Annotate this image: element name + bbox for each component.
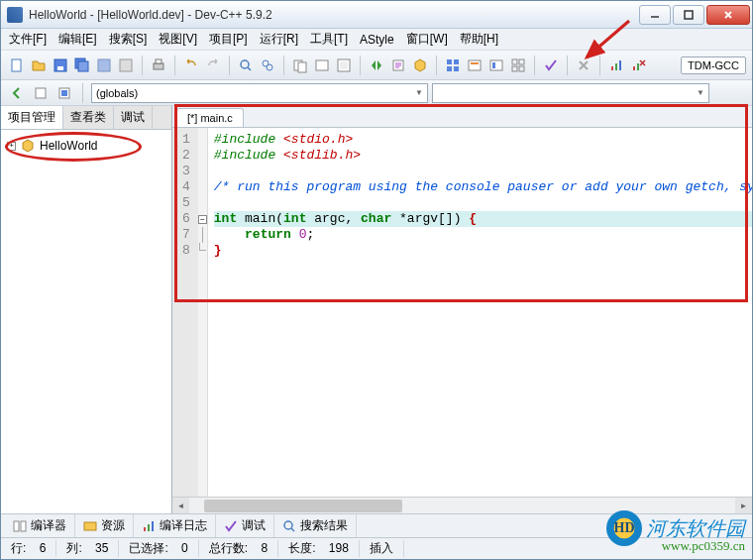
tab-compile-log[interactable]: 编译日志	[134, 514, 216, 537]
member-combo[interactable]: ▼	[432, 83, 709, 103]
tab-resources[interactable]: 资源	[75, 514, 134, 537]
svg-rect-22	[454, 66, 459, 71]
svg-rect-31	[611, 66, 613, 70]
goto-icon[interactable]	[465, 56, 484, 75]
svg-rect-40	[21, 521, 26, 531]
compile-run-icon[interactable]	[334, 56, 354, 75]
menu-project[interactable]: 项目[P]	[205, 29, 252, 50]
tree-root[interactable]: + HelloWorld	[5, 136, 167, 156]
rebuild-icon[interactable]	[367, 56, 386, 75]
scroll-thumb[interactable]	[204, 500, 402, 512]
separator	[229, 56, 230, 75]
menu-window[interactable]: 窗口[W]	[402, 29, 452, 50]
svg-rect-23	[469, 60, 481, 70]
menu-file[interactable]: 文件[F]	[5, 29, 51, 50]
save-icon[interactable]	[51, 56, 70, 75]
chevron-down-icon: ▼	[697, 88, 704, 97]
scroll-left-icon[interactable]: ◄	[172, 498, 189, 513]
editor-tabstrip: [*] main.c	[172, 106, 752, 128]
svg-rect-20	[454, 59, 459, 64]
menu-astyle[interactable]: AStyle	[356, 31, 398, 49]
svg-rect-35	[637, 63, 639, 70]
tab-find-results[interactable]: 搜索结果	[274, 514, 357, 537]
separator	[82, 83, 83, 103]
left-tabstrip: 项目管理 查看类 调试	[1, 106, 171, 130]
svg-rect-24	[471, 62, 479, 64]
fold-minus-icon[interactable]: −	[198, 215, 207, 224]
expand-icon[interactable]: +	[7, 142, 16, 151]
scope-value: (globals)	[96, 87, 138, 99]
menu-edit[interactable]: 编辑[E]	[54, 29, 101, 50]
save-as-icon[interactable]	[94, 56, 114, 75]
main-toolbar: TDM-GCC	[1, 51, 752, 80]
insert-icon[interactable]	[31, 83, 51, 103]
minimize-button[interactable]	[639, 5, 671, 25]
tab-compiler[interactable]: 编译器	[5, 514, 75, 537]
toggle-icon[interactable]	[54, 83, 74, 103]
print-icon[interactable]	[149, 56, 168, 75]
svg-rect-34	[633, 66, 635, 70]
open-icon[interactable]	[29, 56, 49, 75]
titlebar: HelloWorld - [HelloWorld.dev] - Dev-C++ …	[1, 1, 752, 29]
bookmark-icon[interactable]	[486, 56, 506, 75]
stop-icon[interactable]	[574, 56, 593, 75]
svg-rect-41	[84, 522, 96, 530]
tab-project-manager[interactable]: 项目管理	[1, 106, 63, 129]
log-icon	[142, 519, 156, 533]
menu-run[interactable]: 运行[R]	[256, 29, 302, 50]
delete-profile-icon[interactable]	[628, 56, 648, 75]
run-icon[interactable]	[312, 56, 332, 75]
svg-rect-32	[615, 63, 617, 70]
svg-rect-7	[120, 59, 132, 71]
compile-icon[interactable]	[290, 56, 310, 75]
redo-icon[interactable]	[203, 56, 223, 75]
separator	[360, 56, 361, 75]
replace-icon[interactable]	[258, 56, 277, 75]
tab-classes[interactable]: 查看类	[63, 106, 114, 129]
svg-rect-29	[512, 66, 517, 71]
separator	[534, 56, 535, 75]
new-window-icon[interactable]	[443, 56, 463, 75]
find-icon[interactable]	[236, 56, 256, 75]
menu-search[interactable]: 搜索[S]	[105, 29, 152, 50]
new-file-icon[interactable]	[7, 56, 27, 75]
close-file-icon[interactable]	[116, 56, 136, 75]
chevron-down-icon: ▼	[415, 88, 423, 97]
tile-icon[interactable]	[508, 56, 528, 75]
params-icon[interactable]	[410, 56, 430, 75]
tab-debug[interactable]: 调试	[114, 106, 153, 129]
menu-help[interactable]: 帮助[H]	[456, 29, 502, 50]
separator	[174, 56, 175, 75]
svg-rect-6	[98, 59, 110, 71]
tab-debug[interactable]: 调试	[216, 514, 274, 537]
code-editor[interactable]: 12 34 56 78 − #include <stdio.h> #includ…	[172, 128, 752, 497]
compiler-selector[interactable]: TDM-GCC	[681, 56, 746, 74]
tree-root-label: HelloWorld	[40, 139, 97, 153]
watermark-url: www.pc0359.cn	[662, 538, 745, 554]
fold-gutter: −	[198, 128, 208, 497]
editor-tab[interactable]: [*] main.c	[176, 108, 244, 127]
debug-check-icon[interactable]	[541, 56, 561, 75]
svg-rect-39	[14, 521, 19, 531]
svg-rect-9	[156, 59, 161, 63]
code-lines[interactable]: #include <stdio.h> #include <stdlib.h> /…	[208, 128, 752, 497]
svg-rect-14	[298, 62, 306, 72]
profile-icon[interactable]	[606, 56, 626, 75]
project-tree: + HelloWorld	[1, 130, 171, 513]
svg-point-45	[284, 521, 292, 529]
menu-tools[interactable]: 工具[T]	[306, 29, 352, 50]
save-all-icon[interactable]	[72, 56, 92, 75]
svg-rect-25	[490, 60, 502, 70]
menu-view[interactable]: 视图[V]	[155, 29, 201, 50]
syntax-icon[interactable]	[388, 56, 408, 75]
svg-rect-8	[154, 63, 163, 69]
close-button[interactable]	[706, 5, 750, 25]
svg-rect-1	[12, 59, 21, 71]
svg-rect-19	[447, 59, 452, 64]
back-icon[interactable]	[7, 83, 27, 103]
maximize-button[interactable]	[673, 5, 704, 25]
resources-icon	[83, 519, 97, 533]
undo-icon[interactable]	[181, 56, 201, 75]
scope-combo[interactable]: (globals) ▼	[91, 83, 428, 103]
svg-rect-44	[152, 521, 154, 531]
